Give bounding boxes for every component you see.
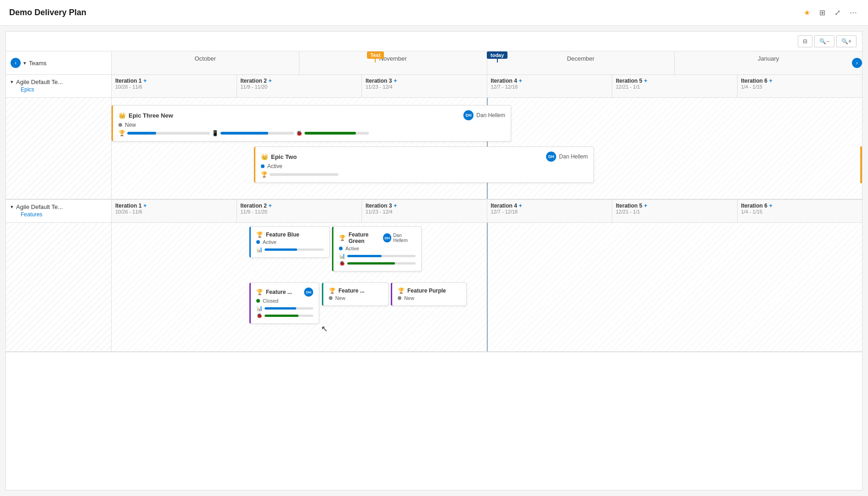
feature-closed-progress1: 📊 [256,305,313,311]
team1-iterations-header: ▾ Agile Default Te... Epics Iteration 1 … [6,75,862,98]
feature-blue-status-label: Active [263,239,276,245]
feature-blue-title: Feature Blue [266,231,299,238]
feature-blue-card[interactable]: 🏆 Feature Blue Active 📊 [249,226,330,258]
team2-gantt-area: 🏆 Feature Blue Active 📊 [112,223,862,351]
team2-iter1: Iteration 1 + 10/26 - 11/6 [112,200,237,222]
feature-purple-status-label: New [404,295,414,301]
epic-three-card[interactable]: 👑 Epic Three New DH Dan Hellem [112,105,511,141]
team2-iter2: Iteration 2 + 11/9 - 11/20 [237,200,362,222]
iter1-add[interactable]: + [143,78,147,84]
t2-iter1-add[interactable]: + [143,203,147,209]
epic-two-avatar: DH [546,152,556,162]
team1-chevron-icon: ▾ [11,79,13,85]
nav-right-button[interactable]: › [852,58,862,68]
feature-blue-status: Active [256,239,324,245]
epic-two-fill1 [270,173,290,176]
epic-two-track1 [270,173,338,176]
feature-closed-title: Feature ... [266,289,292,295]
epic-two-assignee: DH Dan Hellem [546,152,588,162]
iter5-add[interactable]: + [644,78,647,84]
collapse-icon[interactable]: ⤢ [833,6,842,19]
feature-blue-track [265,248,324,251]
more-icon[interactable]: ⋯ [848,6,859,19]
epic-two-right-accent [860,147,862,183]
epic-three-progress1: 🏆 📱 🐞 [118,130,505,136]
feature-closed-status: Closed [256,298,313,304]
iter6-add[interactable]: + [769,78,772,84]
team1-sub-label[interactable]: Epics [11,85,107,94]
iter2-add[interactable]: + [269,78,272,84]
bug-icon-1: 🐞 [296,130,303,136]
months-row: Test today October November December Jan… [112,51,862,74]
timeline-header: ‹ ▾ Teams Test today [6,51,862,75]
team1-label-area: ▾ Agile Default Te... Epics [6,75,112,97]
epic-three-crown-icon: 👑 [118,112,126,119]
team2-name[interactable]: ▾ Agile Default Te... [11,203,107,210]
feature-teal-card[interactable]: 🏆 Feature ... New [322,282,389,306]
team2-left-spacer [6,223,112,351]
month-january: January [675,51,862,74]
iter3-add[interactable]: + [394,78,397,84]
teams-chevron-icon[interactable]: ▾ [23,60,26,66]
team2-iter6: Iteration 6 + 1/4 - 1/15 [738,200,862,222]
epic-three-fill3 [304,132,356,135]
zoom-in-button[interactable]: 🔍+ [836,35,857,47]
feature-green-header: 🏆 Feature Green DH Dan Hellem [339,231,416,244]
feature-blue-progress-icon: 📊 [256,247,263,253]
filter-icon[interactable]: ⊞ [817,6,827,19]
feature-purple-title: Feature Purple [407,287,446,294]
epic-three-track2 [220,132,294,135]
feature-green-track2 [347,262,416,265]
feature-closed-bug-icon: 🐞 [256,313,263,319]
feature-purple-card[interactable]: 🏆 Feature Purple New [391,282,467,306]
epic-three-track3 [304,132,369,135]
epic-three-title: Epic Three New [129,112,173,119]
nav-left-button[interactable]: ‹ [11,58,21,68]
team2-iter5: Iteration 5 + 12/21 - 1/1 [612,200,738,222]
t2-iter6-add[interactable]: + [769,203,772,209]
epic-two-status-label: Active [267,163,282,169]
epic-three-status: New [118,122,505,128]
t2-iter3-add[interactable]: + [394,203,397,209]
page-title: Demo Delivery Plan [9,8,86,17]
feature-closed-card[interactable]: 🏆 Feature ... DH Closed 📊 [249,282,319,324]
iter4-add[interactable]: + [519,78,522,84]
t2-iter2-add[interactable]: + [269,203,272,209]
epic-two-title-row: 👑 Epic Two [261,153,297,160]
feature-closed-track2 [265,315,313,317]
team1-gantt-area: 👑 Epic Three New DH Dan Hellem [112,98,862,199]
feature-closed-header: 🏆 Feature ... DH [256,287,313,297]
team1-name[interactable]: ▾ Agile Default Te... [11,79,107,85]
team1-iter1: Iteration 1 + 10/26 - 11/6 [112,75,237,97]
feature-closed-status-dot [256,299,260,303]
epic-two-assignee-name: Dan Hellem [559,153,588,160]
star-icon[interactable]: ★ [802,6,812,19]
team1-iter2: Iteration 2 + 11/9 - 11/20 [237,75,362,97]
team1-iterations-row: Iteration 1 + 10/26 - 11/6 Iteration 2 +… [112,75,862,97]
feature-green-card[interactable]: 🏆 Feature Green DH Dan Hellem A [332,226,422,271]
epic-two-crown-icon: 👑 [261,153,268,160]
epic-two-progress1: 🏆 [261,171,588,178]
epic-two-card[interactable]: 👑 Epic Two DH Dan Hellem Active [254,147,594,183]
team2-iter4: Iteration 4 + 12/7 - 12/18 [487,200,613,222]
team2-sub-label[interactable]: Features [11,210,107,219]
teams-column-header: ‹ ▾ Teams [6,51,112,74]
feature-closed-progress2: 🐞 [256,313,313,319]
epic-two-title: Epic Two [271,153,297,160]
epic-two-status-dot [261,164,265,168]
feature-green-progress2: 🐞 [339,260,416,266]
epic-three-status-dot [118,123,122,127]
feature-green-fill1 [347,255,382,257]
epic-three-assignee-name: Dan Hellem [476,112,505,118]
cursor-area: ↖ [321,324,328,334]
t2-iter5-add[interactable]: + [644,203,647,209]
feature-green-trophy-icon: 🏆 [339,235,346,241]
t2-iter4-add[interactable]: + [519,203,522,209]
month-october: October [112,51,299,74]
feature-green-assignee-name: Dan Hellem [393,233,416,243]
feature-closed-fill2 [265,315,299,317]
feature-closed-track1 [265,307,313,310]
feature-green-prog-icon1: 📊 [339,253,345,259]
zoom-out-button[interactable]: 🔍− [814,35,834,47]
grid-view-button[interactable]: ⊟ [798,35,812,47]
